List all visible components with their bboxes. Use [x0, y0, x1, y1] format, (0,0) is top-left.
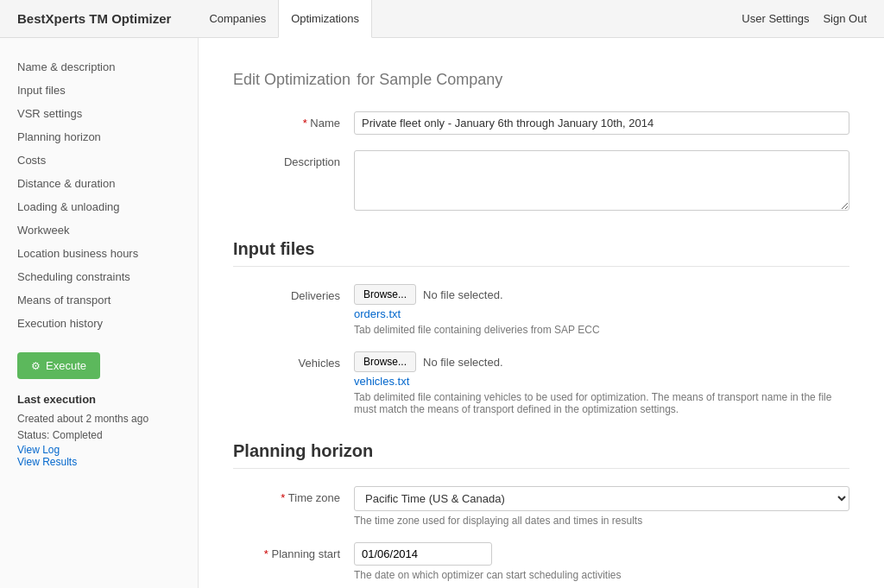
input-files-title: Input files [233, 239, 849, 267]
sidebar-item-vsr-settings[interactable]: VSR settings [0, 102, 198, 125]
vehicles-no-file: No file selected. [423, 356, 503, 369]
deliveries-no-file: No file selected. [423, 288, 503, 301]
main-content: Edit Optimization for Sample Company * N… [199, 38, 884, 588]
sidebar-item-means-of-transport[interactable]: Means of transport [0, 288, 198, 312]
sidebar: Name & description Input files VSR setti… [0, 38, 199, 588]
name-label: * Name [233, 111, 354, 130]
sidebar-item-distance-duration[interactable]: Distance & duration [0, 172, 198, 195]
vehicles-row: Vehicles Browse... No file selected. veh… [233, 351, 849, 415]
brand: BestXperts TM Optimizer [17, 11, 171, 26]
sidebar-item-costs[interactable]: Costs [0, 149, 198, 172]
name-control [354, 111, 849, 135]
planning-horizon-section: Planning horizon * Time zone Pacific Tim… [233, 441, 849, 581]
name-row: * Name [233, 111, 849, 135]
vehicles-browse-button[interactable]: Browse... [354, 351, 416, 372]
execute-button[interactable]: ⚙ Execute [17, 352, 100, 379]
vehicles-file-row: Browse... No file selected. [354, 351, 849, 372]
sidebar-item-loading-unloading[interactable]: Loading & unloading [0, 195, 198, 218]
top-nav: BestXperts TM Optimizer Companies Optimi… [0, 0, 884, 38]
input-files-section: Input files Deliveries Browse... No file… [233, 239, 849, 415]
planning-start-control: The date on which optimizer can start sc… [354, 542, 849, 581]
nav-link-optimizations[interactable]: Optimizations [278, 0, 372, 38]
last-execution-panel: Last execution Created about 2 months ag… [0, 393, 198, 468]
view-results-link[interactable]: View Results [17, 456, 180, 468]
nav-link-companies[interactable]: Companies [197, 0, 278, 38]
description-textarea[interactable] [354, 150, 849, 211]
sidebar-item-location-business-hours[interactable]: Location business hours [0, 242, 198, 265]
user-settings-link[interactable]: User Settings [742, 12, 809, 25]
deliveries-file-link[interactable]: orders.txt [354, 307, 849, 320]
execute-container: ⚙ Execute [17, 352, 180, 379]
last-execution-status: Status: Completed [17, 427, 180, 444]
last-execution-created: Created about 2 months ago [17, 411, 180, 427]
nav-right: User Settings Sign Out [742, 12, 867, 25]
page-title: Edit Optimization for Sample Company [233, 64, 502, 90]
deliveries-file-row: Browse... No file selected. [354, 284, 849, 305]
timezone-hint: The time zone used for displaying all da… [354, 515, 849, 527]
sidebar-item-planning-horizon[interactable]: Planning horizon [0, 125, 198, 149]
layout: Name & description Input files VSR setti… [0, 38, 884, 588]
deliveries-row: Deliveries Browse... No file selected. o… [233, 284, 849, 336]
vehicles-hint: Tab delimited file containing vehicles t… [354, 391, 849, 415]
planning-horizon-title: Planning horizon [233, 441, 849, 469]
nav-links: Companies Optimizations [197, 0, 742, 38]
description-row: Description [233, 150, 849, 213]
vehicles-file-link[interactable]: vehicles.txt [354, 375, 849, 388]
last-execution-title: Last execution [17, 393, 180, 406]
deliveries-label: Deliveries [233, 284, 354, 302]
planning-start-input[interactable] [354, 542, 492, 566]
timezone-row: * Time zone Pacific Time (US & Canada) E… [233, 486, 849, 527]
vehicles-control: Browse... No file selected. vehicles.txt… [354, 351, 849, 415]
page-header: Edit Optimization for Sample Company [233, 64, 849, 91]
view-log-link[interactable]: View Log [17, 444, 180, 456]
planning-start-row: * Planning start The date on which optim… [233, 542, 849, 581]
sidebar-item-scheduling-constraints[interactable]: Scheduling constraints [0, 265, 198, 288]
deliveries-browse-button[interactable]: Browse... [354, 284, 416, 305]
deliveries-hint: Tab delimited file containing deliveries… [354, 324, 849, 336]
sign-out-link[interactable]: Sign Out [823, 12, 867, 25]
planning-start-label: * Planning start [233, 542, 354, 560]
name-description-section: * Name Description [233, 111, 849, 213]
deliveries-control: Browse... No file selected. orders.txt T… [354, 284, 849, 336]
vehicles-label: Vehicles [233, 351, 354, 370]
name-input[interactable] [354, 111, 849, 135]
sidebar-item-name-description[interactable]: Name & description [0, 55, 198, 79]
planning-start-hint: The date on which optimizer can start sc… [354, 569, 849, 581]
page-subtitle: for Sample Company [357, 71, 502, 88]
description-label: Description [233, 150, 354, 168]
sidebar-item-input-files[interactable]: Input files [0, 79, 198, 102]
timezone-label: * Time zone [233, 486, 354, 504]
timezone-control: Pacific Time (US & Canada) Eastern Time … [354, 486, 849, 527]
sidebar-item-execution-history[interactable]: Execution history [0, 312, 198, 335]
timezone-select[interactable]: Pacific Time (US & Canada) Eastern Time … [354, 486, 849, 511]
gear-icon: ⚙ [31, 360, 41, 372]
description-control [354, 150, 849, 213]
sidebar-item-workweek[interactable]: Workweek [0, 218, 198, 242]
